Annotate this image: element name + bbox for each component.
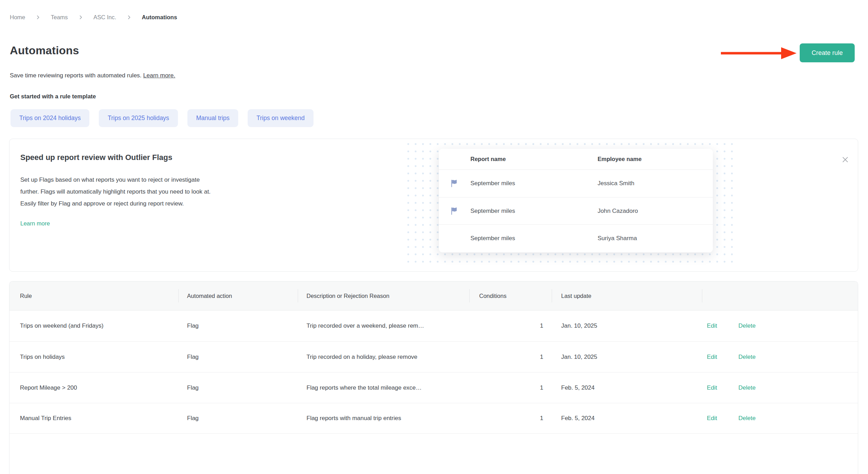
table-row: Report Mileage > 200 Flag Flag reports w… (9, 372, 858, 403)
chevron-right-icon (78, 15, 83, 20)
rule-action: Flag (178, 322, 298, 329)
rule-name: Trips on weekend (and Fridays) (9, 322, 178, 329)
breadcrumb-home[interactable]: Home (10, 14, 25, 21)
rule-description: Flag reports with manual trip entries (298, 415, 469, 422)
preview-employee-name: John Cazadoro (598, 208, 713, 215)
rule-name: Manual Trip Entries (9, 415, 178, 422)
chevron-right-icon (127, 15, 131, 20)
banner-learn-more-link[interactable]: Learn more (20, 220, 50, 227)
rule-conditions: 1 (469, 415, 552, 422)
flagged-reports-preview-table: Report name Employee name September mile… (439, 149, 713, 252)
preview-employee-name: Jessica Smith (598, 180, 713, 187)
rule-description: Trip recorded over a weekend, please rem… (298, 322, 469, 329)
rule-conditions: 1 (469, 354, 552, 361)
close-icon[interactable] (841, 156, 849, 164)
table-row: Trips on holidays Flag Trip recorded on … (9, 341, 858, 372)
preview-table-header: Report name Employee name (439, 149, 713, 170)
preview-report-name: September miles (470, 235, 598, 242)
preview-report-name: September miles (470, 180, 598, 187)
flag-icon (449, 207, 459, 216)
breadcrumb: Home Teams ASC Inc. Automations (10, 14, 177, 21)
edit-link[interactable]: Edit (707, 322, 717, 329)
subtitle-learn-more-link[interactable]: Learn more. (143, 72, 175, 79)
chip-trips-2024-holidays[interactable]: Trips on 2024 holidays (11, 109, 89, 127)
rule-name: Report Mileage > 200 (9, 384, 178, 391)
rule-action: Flag (178, 384, 298, 391)
rule-action: Flag (178, 354, 298, 361)
table-row: Trips on weekend (and Fridays) Flag Trip… (9, 311, 858, 341)
breadcrumb-asc-inc[interactable]: ASC Inc. (94, 14, 116, 21)
delete-link[interactable]: Delete (738, 354, 756, 361)
outlier-flags-banner: Speed up report review with Outlier Flag… (9, 139, 858, 272)
banner-title: Speed up report review with Outlier Flag… (20, 153, 172, 162)
rule-last-update: Jan. 10, 2025 (552, 354, 702, 361)
chip-trips-2025-holidays[interactable]: Trips on 2025 holidays (99, 109, 178, 127)
page-title: Automations (10, 44, 79, 57)
preview-report-name: September miles (470, 208, 598, 215)
rule-conditions: 1 (469, 384, 552, 391)
delete-link[interactable]: Delete (738, 322, 756, 329)
chip-trips-on-weekend[interactable]: Trips on weekend (248, 109, 313, 127)
preview-table-row: September miles Jessica Smith (439, 170, 713, 197)
rule-last-update: Feb. 5, 2024 (552, 415, 702, 422)
rule-action: Flag (178, 415, 298, 422)
rule-last-update: Jan. 10, 2025 (552, 322, 702, 329)
rule-template-chips: Trips on 2024 holidays Trips on 2025 hol… (11, 109, 314, 127)
rule-last-update: Feb. 5, 2024 (552, 384, 702, 391)
automation-rules-table: Rule Automated action Description or Rej… (9, 281, 858, 474)
edit-link[interactable]: Edit (707, 354, 717, 361)
flag-icon (449, 179, 459, 188)
edit-link[interactable]: Edit (707, 384, 717, 391)
col-actions (702, 281, 858, 310)
chevron-right-icon (36, 15, 40, 20)
col-automated-action: Automated action (178, 281, 298, 310)
col-last-update: Last update (552, 281, 702, 310)
rule-description: Flag reports where the total mileage exc… (298, 384, 469, 391)
rule-description: Trip recorded on a holiday, please remov… (298, 354, 469, 361)
preview-table-row: September miles Suriya Sharma (439, 224, 713, 252)
rule-name: Trips on holidays (9, 354, 178, 361)
rule-conditions: 1 (469, 322, 552, 329)
edit-link[interactable]: Edit (707, 415, 717, 422)
banner-description: Set up Flags based on what reports you w… (20, 174, 211, 210)
rules-table-header: Rule Automated action Description or Rej… (9, 281, 858, 311)
col-conditions: Conditions (469, 281, 552, 310)
breadcrumb-current-automations: Automations (142, 14, 177, 21)
create-rule-button[interactable]: Create rule (800, 43, 855, 62)
delete-link[interactable]: Delete (738, 415, 756, 422)
table-row: Manual Trip Entries Flag Flag reports wi… (9, 403, 858, 434)
red-arrow-annotation-icon (721, 47, 797, 60)
chip-manual-trips[interactable]: Manual trips (187, 109, 238, 127)
rule-template-label: Get started with a rule template (10, 93, 96, 100)
preview-table-row: September miles John Cazadoro (439, 197, 713, 224)
col-description: Description or Rejection Reason (298, 281, 469, 310)
subtitle-text: Save time reviewing reports with automat… (10, 72, 142, 79)
preview-col-employee-name: Employee name (598, 156, 713, 162)
delete-link[interactable]: Delete (738, 384, 756, 391)
preview-col-report-name: Report name (470, 156, 598, 162)
preview-employee-name: Suriya Sharma (598, 235, 713, 242)
page-subtitle: Save time reviewing reports with automat… (10, 72, 175, 79)
col-rule: Rule (9, 281, 178, 310)
breadcrumb-teams[interactable]: Teams (51, 14, 68, 21)
